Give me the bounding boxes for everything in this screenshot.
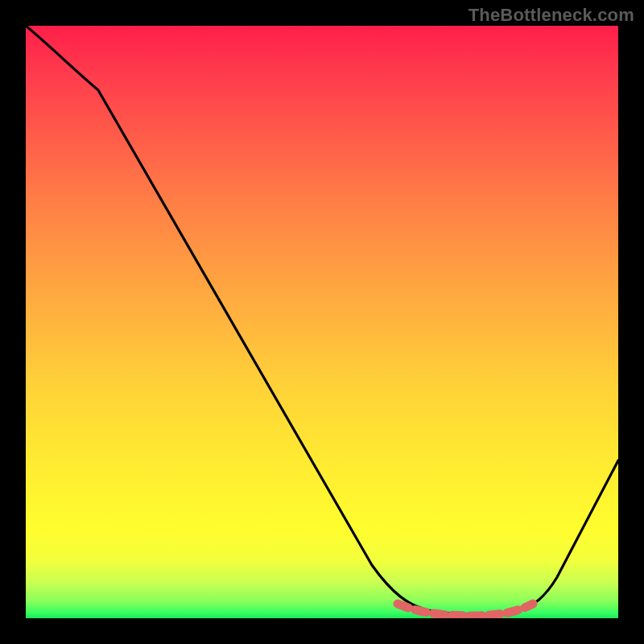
plot-area <box>26 26 618 618</box>
chart-frame: TheBottleneck.com <box>0 0 644 644</box>
curve-layer <box>26 26 618 618</box>
watermark-text: TheBottleneck.com <box>469 5 634 26</box>
bottleneck-curve <box>26 26 618 614</box>
